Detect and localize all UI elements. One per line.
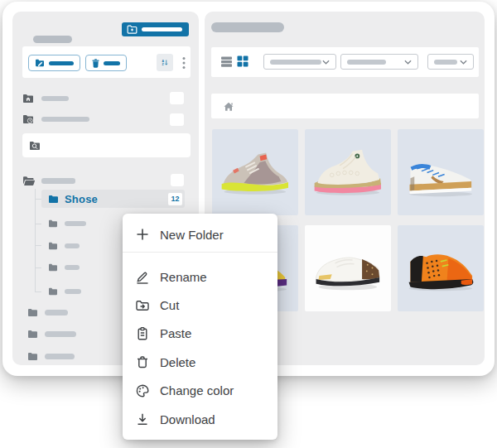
- home-icon[interactable]: [223, 101, 234, 112]
- shoe-image-hightop-tan-pink: [308, 138, 388, 205]
- label-placeholder: [45, 354, 75, 359]
- count-badge-placeholder: [171, 174, 184, 186]
- tree-folder-item[interactable]: [48, 218, 86, 229]
- tree-folder-item[interactable]: [27, 350, 75, 362]
- menu-item-change-color[interactable]: Change color: [123, 377, 277, 405]
- svg-text:Z: Z: [162, 63, 165, 66]
- label-placeholder: [65, 221, 86, 226]
- app-window: A Z: [0, 0, 497, 448]
- folder-icon: [27, 330, 38, 339]
- tree-folder-item[interactable]: [27, 328, 76, 340]
- menu-item-label: Change color: [160, 383, 234, 397]
- content-toolbar: [211, 47, 479, 77]
- more-options-icon[interactable]: [178, 54, 190, 71]
- media-tile-1[interactable]: [212, 129, 298, 215]
- favorites-folder-item[interactable]: [22, 91, 191, 106]
- trash-icon: [135, 354, 150, 369]
- chevron-down-icon: [322, 60, 330, 65]
- select-value-placeholder: [434, 60, 457, 65]
- content-title-placeholder: [211, 22, 284, 32]
- menu-item-paste[interactable]: Paste: [123, 320, 277, 348]
- recent-folder-item[interactable]: [22, 112, 191, 127]
- tree-folder-item[interactable]: [27, 306, 68, 318]
- list-view-button[interactable]: [220, 55, 233, 68]
- tree-stub: [35, 224, 41, 224]
- folder-icon: [48, 195, 59, 204]
- button-label-placeholder: [49, 61, 74, 65]
- folder-icon: [48, 263, 58, 272]
- filter-select-3[interactable]: [427, 54, 474, 70]
- menu-spacer: [123, 253, 277, 263]
- label-placeholder: [65, 265, 80, 270]
- folder-icon: [27, 308, 38, 317]
- folder-label: Shose: [65, 193, 98, 205]
- folder-icon: [48, 242, 58, 250]
- sort-alphabetical-button[interactable]: A Z: [157, 54, 173, 71]
- select-value-placeholder: [347, 60, 386, 65]
- label-placeholder: [41, 117, 89, 122]
- palette-icon: [135, 383, 150, 398]
- folder-icon: [27, 352, 38, 361]
- label-placeholder: [41, 96, 69, 101]
- tree-connector-line: [35, 189, 36, 291]
- menu-item-download[interactable]: Download: [123, 405, 277, 433]
- folder-icon: [48, 219, 58, 228]
- tree-folder-item[interactable]: [48, 262, 80, 273]
- tree-folder-item[interactable]: [48, 286, 81, 297]
- tree-folder-item-shose-selected[interactable]: Shose 12: [41, 190, 185, 208]
- tree-root-folder-item[interactable]: [22, 174, 191, 188]
- label-placeholder: [65, 289, 81, 294]
- filter-select-2[interactable]: [340, 54, 418, 70]
- tree-stub: [35, 291, 41, 292]
- label-placeholder: [45, 310, 68, 316]
- grid-view-button[interactable]: [237, 55, 248, 67]
- chevron-down-icon: [404, 60, 412, 65]
- label-placeholder: [65, 243, 80, 248]
- tree-stub: [35, 199, 41, 200]
- menu-item-rename[interactable]: Rename: [123, 263, 277, 291]
- label-placeholder: [45, 331, 76, 337]
- paste-icon: [135, 326, 150, 341]
- button-label-placeholder: [142, 27, 182, 31]
- folder-search-box: [22, 133, 191, 157]
- folder-search-input[interactable]: [46, 139, 184, 152]
- rename-folder-button[interactable]: [28, 55, 80, 71]
- sidebar-toolbar: A Z: [22, 46, 191, 78]
- media-tile-2[interactable]: [305, 129, 391, 215]
- plus-icon: [135, 227, 150, 242]
- shoe-image-white-monogram: [308, 234, 388, 301]
- label-placeholder: [41, 178, 75, 184]
- menu-item-label: New Folder: [160, 228, 224, 242]
- folder-search-icon: [29, 141, 41, 151]
- select-value-placeholder: [270, 60, 321, 65]
- count-badge-placeholder: [170, 113, 184, 126]
- folder-clock-icon: [22, 114, 34, 124]
- folder-home-icon: [22, 94, 34, 104]
- menu-item-delete[interactable]: Delete: [123, 348, 277, 376]
- button-label-placeholder: [104, 61, 120, 65]
- menu-item-label: Paste: [160, 326, 191, 340]
- media-tile-3[interactable]: [398, 129, 484, 215]
- menu-item-label: Delete: [160, 355, 195, 369]
- shoe-image-white-blue-gum: [401, 138, 480, 205]
- rename-icon: [135, 269, 150, 284]
- cut-icon: [135, 298, 150, 313]
- new-folder-button[interactable]: [122, 22, 189, 36]
- media-tile-6[interactable]: [398, 225, 484, 311]
- media-tile-5[interactable]: [305, 225, 391, 311]
- menu-item-cut[interactable]: Cut: [123, 291, 277, 319]
- breadcrumb: [211, 94, 479, 118]
- tree-folder-item[interactable]: [48, 240, 80, 252]
- menu-item-label: Download: [160, 412, 215, 426]
- folder-icon: [48, 287, 58, 296]
- menu-item-label: Rename: [160, 270, 207, 284]
- menu-item-label: Cut: [160, 298, 179, 312]
- download-icon: [135, 412, 150, 426]
- chevron-down-icon: [460, 60, 467, 65]
- delete-folder-button[interactable]: [85, 55, 127, 71]
- folder-context-menu: New Folder Rename Cut Paste: [123, 214, 277, 440]
- filter-select-1[interactable]: [263, 54, 336, 70]
- shoe-image-volt-gray: [215, 138, 295, 205]
- shoe-image-orange-black: [401, 234, 480, 301]
- menu-item-new-folder[interactable]: New Folder: [123, 217, 277, 252]
